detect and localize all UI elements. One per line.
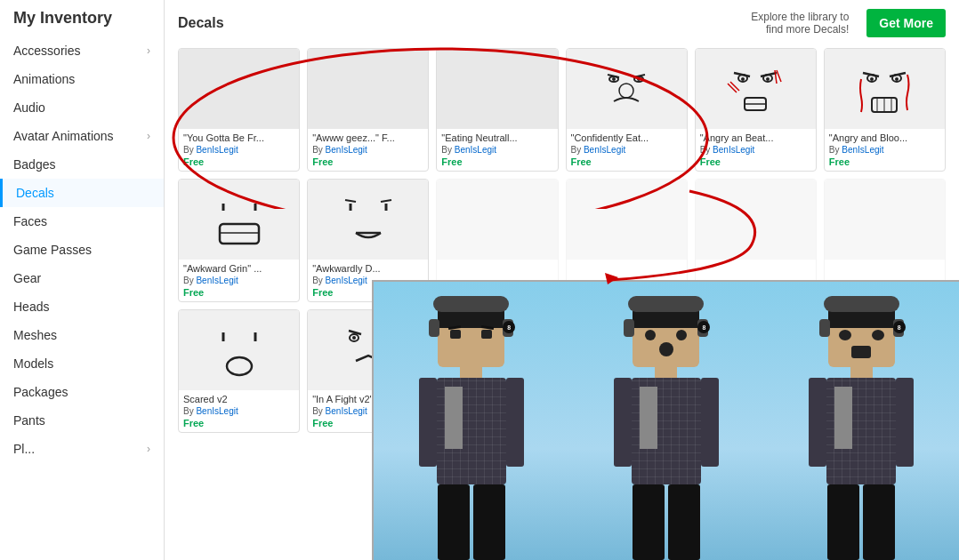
item-thumbnail	[696, 49, 816, 129]
sidebar-item-accessories[interactable]: Accessories›	[0, 36, 164, 65]
svg-point-6	[619, 84, 633, 98]
item-thumbnail	[825, 49, 945, 129]
app-layout: My Inventory Accessories› Animations Aud…	[0, 0, 959, 560]
item-thumbnail	[179, 310, 299, 390]
item-name: "Eating Neutrall...	[441, 132, 552, 143]
item-name: "Awww geez..." F...	[312, 132, 423, 143]
item-thumbnail	[308, 180, 428, 260]
svg-line-11	[734, 73, 750, 76]
item-price: Free	[441, 156, 552, 167]
svg-line-36	[381, 200, 391, 202]
item-card[interactable]: "Angry an Beat... By BenIsLegit Free	[695, 48, 817, 172]
item-by: By BenIsLegit	[700, 145, 811, 155]
item-card[interactable]: Scared v2 By BenIsLegit Free	[178, 309, 300, 433]
item-price: Free	[312, 156, 423, 167]
svg-line-12	[761, 73, 777, 76]
item-name: "You Gotta Be Fr...	[183, 132, 294, 143]
item-card[interactable]: "Awkward Grin" ... By BenIsLegit Free	[178, 179, 300, 302]
item-thumbnail	[437, 180, 557, 260]
item-card[interactable]: "Awww geez..." F... By BenIsLegit Free	[307, 48, 429, 172]
item-price: Free	[829, 156, 940, 167]
sidebar-item-packages[interactable]: Packages	[0, 378, 164, 406]
main-content: Decals Explore the library to find more …	[165, 0, 959, 560]
item-by: By BenIsLegit	[441, 145, 552, 155]
sidebar-item-animations[interactable]: Animations	[0, 65, 164, 93]
item-card[interactable]: "You Gotta Be Fr... By BenIsLegit Free	[178, 48, 300, 172]
svg-line-15	[777, 70, 781, 82]
item-name: "Awkwardly D...	[312, 263, 423, 274]
item-price: Free	[183, 156, 294, 167]
svg-line-14	[730, 82, 739, 91]
explore-message: Explore the library to find more Decals!	[751, 11, 849, 36]
svg-point-9	[741, 77, 745, 81]
svg-point-45	[352, 336, 356, 340]
item-by: By BenIsLegit	[183, 145, 294, 155]
characters-overlay: 8	[372, 280, 959, 560]
item-price: Free	[700, 156, 811, 167]
character-3: 8	[809, 285, 914, 560]
page-title: My Inventory	[0, 9, 164, 36]
item-thumbnail	[437, 49, 557, 129]
svg-point-40	[227, 357, 252, 375]
face-svg	[852, 57, 916, 121]
item-thumbnail	[567, 180, 687, 260]
item-name: "Angry and Bloo...	[829, 132, 940, 143]
sidebar-item-models[interactable]: Models	[0, 349, 164, 378]
sidebar-item-pants[interactable]: Pants	[0, 406, 164, 435]
item-by: By BenIsLegit	[183, 406, 294, 416]
item-by: By BenIsLegit	[829, 145, 940, 155]
sidebar-item-pl[interactable]: Pl...›	[0, 435, 164, 463]
svg-point-3	[637, 77, 641, 81]
face-svg	[594, 57, 658, 121]
sidebar-item-badges[interactable]: Badges	[0, 150, 164, 179]
item-price: Free	[183, 287, 294, 298]
item-name: "Angry an Beat...	[700, 132, 811, 143]
svg-point-2	[612, 77, 616, 81]
item-by: By BenIsLegit	[571, 145, 682, 155]
get-more-button[interactable]: Get More	[866, 9, 946, 37]
item-thumbnail	[179, 180, 299, 260]
svg-line-23	[863, 73, 879, 76]
item-thumbnail	[696, 180, 816, 260]
items-grid-row1: "You Gotta Be Fr... By BenIsLegit Free "…	[178, 48, 946, 172]
face-svg	[207, 184, 271, 255]
sidebar: My Inventory Accessories› Animations Aud…	[0, 0, 165, 560]
sidebar-item-game-passes[interactable]: Game Passes	[0, 236, 164, 264]
face-svg	[723, 57, 787, 121]
item-card[interactable]: "Angry and Bloo... By BenIsLegit Free	[824, 48, 946, 172]
svg-line-35	[345, 200, 356, 202]
sidebar-item-meshes[interactable]: Meshes	[0, 321, 164, 349]
top-bar: Decals Explore the library to find more …	[178, 9, 946, 37]
character-1: 8	[419, 285, 524, 560]
face-svg	[207, 315, 271, 386]
category-title: Decals	[178, 15, 224, 31]
svg-point-10	[766, 77, 770, 81]
sidebar-item-heads[interactable]: Heads	[0, 292, 164, 321]
item-thumbnail	[567, 49, 687, 129]
item-card[interactable]: "Confidently Eat... By BenIsLegit Free	[566, 48, 688, 172]
face-svg	[336, 184, 400, 255]
item-thumbnail	[825, 180, 945, 260]
sidebar-item-decals[interactable]: Decals	[0, 179, 164, 207]
character-2: 8	[614, 285, 719, 560]
sidebar-item-gear[interactable]: Gear	[0, 264, 164, 292]
item-by: By BenIsLegit	[183, 276, 294, 285]
svg-point-21	[870, 77, 874, 81]
svg-point-22	[895, 77, 899, 81]
sidebar-item-audio[interactable]: Audio	[0, 93, 164, 122]
sidebar-item-faces[interactable]: Faces	[0, 207, 164, 236]
item-name: Scared v2	[183, 394, 294, 404]
item-thumbnail	[179, 49, 299, 129]
item-by: By BenIsLegit	[312, 145, 423, 155]
item-card[interactable]: "Eating Neutrall... By BenIsLegit Free	[436, 48, 558, 172]
svg-line-13	[728, 84, 737, 92]
item-price: Free	[571, 156, 682, 167]
item-name: "Confidently Eat...	[571, 132, 682, 143]
item-name: "Awkward Grin" ...	[183, 263, 294, 274]
sidebar-item-avatar-animations[interactable]: Avatar Animations›	[0, 122, 164, 150]
svg-line-24	[890, 73, 906, 76]
item-price: Free	[183, 418, 294, 428]
item-thumbnail	[308, 49, 428, 129]
svg-rect-31	[220, 224, 259, 244]
